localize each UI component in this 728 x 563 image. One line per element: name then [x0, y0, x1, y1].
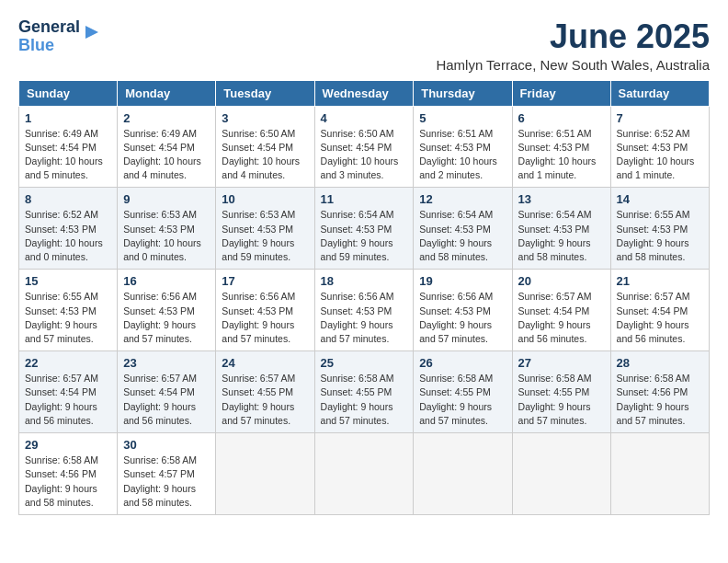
day-info: Sunrise: 6:50 AMSunset: 4:54 PMDaylight:… [222, 127, 308, 183]
header: GeneralBlue June 2025 Hamlyn Terrace, Ne… [18, 18, 710, 73]
day-number: 24 [222, 356, 308, 370]
header-saturday: Saturday [610, 80, 709, 106]
empty-cell [610, 433, 709, 515]
day-number: 23 [123, 356, 210, 370]
day-info: Sunrise: 6:54 AMSunset: 4:53 PMDaylight:… [419, 208, 506, 264]
calendar-day-cell: 30Sunrise: 6:58 AMSunset: 4:57 PMDayligh… [118, 433, 216, 515]
day-number: 8 [25, 192, 111, 206]
day-info: Sunrise: 6:58 AMSunset: 4:55 PMDaylight:… [518, 372, 605, 428]
calendar-day-cell: 4Sunrise: 6:50 AMSunset: 4:54 PMDaylight… [314, 106, 414, 188]
title-area: June 2025 Hamlyn Terrace, New South Wale… [436, 18, 710, 73]
day-number: 9 [123, 192, 210, 206]
day-info: Sunrise: 6:54 AMSunset: 4:53 PMDaylight:… [518, 208, 605, 264]
header-friday: Friday [512, 80, 610, 106]
day-number: 17 [222, 274, 308, 288]
calendar-day-cell: 26Sunrise: 6:58 AMSunset: 4:55 PMDayligh… [414, 351, 512, 433]
day-info: Sunrise: 6:57 AMSunset: 4:54 PMDaylight:… [518, 290, 605, 346]
calendar-day-cell: 19Sunrise: 6:56 AMSunset: 4:53 PMDayligh… [414, 270, 512, 351]
calendar-day-cell: 22Sunrise: 6:57 AMSunset: 4:54 PMDayligh… [19, 351, 118, 433]
day-info: Sunrise: 6:53 AMSunset: 4:53 PMDaylight:… [222, 208, 308, 264]
day-number: 10 [222, 192, 308, 206]
calendar-week-row: 22Sunrise: 6:57 AMSunset: 4:54 PMDayligh… [19, 351, 710, 433]
calendar-table: Sunday Monday Tuesday Wednesday Thursday… [18, 80, 710, 515]
day-number: 4 [321, 111, 408, 125]
day-number: 28 [617, 356, 703, 370]
day-info: Sunrise: 6:55 AMSunset: 4:53 PMDaylight:… [617, 208, 703, 264]
calendar-day-cell: 24Sunrise: 6:57 AMSunset: 4:55 PMDayligh… [216, 351, 314, 433]
logo-text: GeneralBlue [18, 18, 80, 55]
calendar-day-cell: 18Sunrise: 6:56 AMSunset: 4:53 PMDayligh… [314, 270, 414, 351]
svg-marker-0 [85, 26, 98, 39]
day-info: Sunrise: 6:56 AMSunset: 4:53 PMDaylight:… [123, 290, 210, 346]
day-number: 29 [25, 438, 111, 452]
day-info: Sunrise: 6:58 AMSunset: 4:57 PMDaylight:… [123, 454, 210, 510]
day-info: Sunrise: 6:56 AMSunset: 4:53 PMDaylight:… [222, 290, 308, 346]
empty-cell [512, 433, 610, 515]
header-thursday: Thursday [414, 80, 512, 106]
day-info: Sunrise: 6:52 AMSunset: 4:53 PMDaylight:… [617, 127, 703, 183]
header-wednesday: Wednesday [314, 80, 414, 106]
day-number: 5 [419, 111, 506, 125]
empty-cell [314, 433, 414, 515]
day-number: 21 [617, 274, 703, 288]
day-number: 30 [123, 438, 210, 452]
day-info: Sunrise: 6:58 AMSunset: 4:56 PMDaylight:… [25, 454, 111, 510]
day-info: Sunrise: 6:57 AMSunset: 4:54 PMDaylight:… [25, 372, 111, 428]
day-info: Sunrise: 6:50 AMSunset: 4:54 PMDaylight:… [321, 127, 408, 183]
calendar-day-cell: 14Sunrise: 6:55 AMSunset: 4:53 PMDayligh… [610, 188, 709, 270]
day-info: Sunrise: 6:56 AMSunset: 4:53 PMDaylight:… [419, 290, 506, 346]
day-info: Sunrise: 6:54 AMSunset: 4:53 PMDaylight:… [321, 208, 408, 264]
calendar-day-cell: 20Sunrise: 6:57 AMSunset: 4:54 PMDayligh… [512, 270, 610, 351]
day-info: Sunrise: 6:49 AMSunset: 4:54 PMDaylight:… [123, 127, 210, 183]
day-number: 15 [25, 274, 111, 288]
calendar-day-cell: 10Sunrise: 6:53 AMSunset: 4:53 PMDayligh… [216, 188, 314, 270]
day-number: 1 [25, 111, 111, 125]
calendar-day-cell: 17Sunrise: 6:56 AMSunset: 4:53 PMDayligh… [216, 270, 314, 351]
calendar-day-cell: 6Sunrise: 6:51 AMSunset: 4:53 PMDaylight… [512, 106, 610, 188]
day-number: 14 [617, 192, 703, 206]
empty-cell [216, 433, 314, 515]
day-info: Sunrise: 6:56 AMSunset: 4:53 PMDaylight:… [321, 290, 408, 346]
day-info: Sunrise: 6:57 AMSunset: 4:55 PMDaylight:… [222, 372, 308, 428]
calendar-day-cell: 11Sunrise: 6:54 AMSunset: 4:53 PMDayligh… [314, 188, 414, 270]
header-monday: Monday [118, 80, 216, 106]
day-number: 20 [518, 274, 605, 288]
calendar-day-cell: 15Sunrise: 6:55 AMSunset: 4:53 PMDayligh… [19, 270, 118, 351]
day-info: Sunrise: 6:57 AMSunset: 4:54 PMDaylight:… [617, 290, 703, 346]
day-number: 13 [518, 192, 605, 206]
day-number: 18 [321, 274, 408, 288]
day-number: 6 [518, 111, 605, 125]
day-number: 2 [123, 111, 210, 125]
calendar-day-cell: 12Sunrise: 6:54 AMSunset: 4:53 PMDayligh… [414, 188, 512, 270]
day-number: 12 [419, 192, 506, 206]
calendar-day-cell: 7Sunrise: 6:52 AMSunset: 4:53 PMDaylight… [610, 106, 709, 188]
day-number: 11 [321, 192, 408, 206]
calendar-week-row: 29Sunrise: 6:58 AMSunset: 4:56 PMDayligh… [19, 433, 710, 515]
calendar-week-row: 8Sunrise: 6:52 AMSunset: 4:53 PMDaylight… [19, 188, 710, 270]
day-info: Sunrise: 6:51 AMSunset: 4:53 PMDaylight:… [419, 127, 506, 183]
day-number: 22 [25, 356, 111, 370]
calendar-day-cell: 29Sunrise: 6:58 AMSunset: 4:56 PMDayligh… [19, 433, 118, 515]
header-sunday: Sunday [19, 80, 118, 106]
calendar-day-cell: 13Sunrise: 6:54 AMSunset: 4:53 PMDayligh… [512, 188, 610, 270]
location-title: Hamlyn Terrace, New South Wales, Austral… [436, 57, 710, 73]
calendar-day-cell: 23Sunrise: 6:57 AMSunset: 4:54 PMDayligh… [118, 351, 216, 433]
logo-arrow-icon [82, 22, 102, 42]
calendar-day-cell: 1Sunrise: 6:49 AMSunset: 4:54 PMDaylight… [19, 106, 118, 188]
month-title: June 2025 [436, 18, 710, 55]
day-info: Sunrise: 6:53 AMSunset: 4:53 PMDaylight:… [123, 208, 210, 264]
day-info: Sunrise: 6:58 AMSunset: 4:56 PMDaylight:… [617, 372, 703, 428]
logo: GeneralBlue [18, 18, 102, 55]
day-number: 25 [321, 356, 408, 370]
day-number: 16 [123, 274, 210, 288]
empty-cell [414, 433, 512, 515]
day-info: Sunrise: 6:49 AMSunset: 4:54 PMDaylight:… [25, 127, 111, 183]
calendar-day-cell: 16Sunrise: 6:56 AMSunset: 4:53 PMDayligh… [118, 270, 216, 351]
day-info: Sunrise: 6:58 AMSunset: 4:55 PMDaylight:… [419, 372, 506, 428]
weekday-header-row: Sunday Monday Tuesday Wednesday Thursday… [19, 80, 710, 106]
day-info: Sunrise: 6:51 AMSunset: 4:53 PMDaylight:… [518, 127, 605, 183]
day-info: Sunrise: 6:57 AMSunset: 4:54 PMDaylight:… [123, 372, 210, 428]
day-number: 27 [518, 356, 605, 370]
calendar-day-cell: 9Sunrise: 6:53 AMSunset: 4:53 PMDaylight… [118, 188, 216, 270]
calendar-day-cell: 21Sunrise: 6:57 AMSunset: 4:54 PMDayligh… [610, 270, 709, 351]
